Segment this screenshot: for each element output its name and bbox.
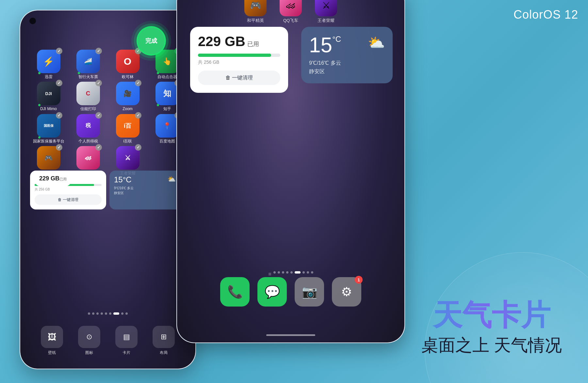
home-bar [266,334,315,336]
bottom-text-area: 天气卡片 桌面之上 天气情况 [421,299,562,357]
dock-wallpaper[interactable]: 🖼 壁纸 [41,326,63,356]
app-dji[interactable]: DJI ✓ DJI Mimo [30,82,67,111]
dock-layout[interactable]: ⊞ 布局 [153,326,175,356]
storage-widget-left: − 229 GB已用 共 256 GB 🗑 一键清理 [30,171,106,209]
app-camera[interactable]: 📷 [295,277,324,307]
app-message[interactable]: 💬 [257,277,287,307]
camera-hole [29,18,36,24]
app-canon[interactable]: C ✓ 佳能打印 [70,82,106,111]
left-phone: 完成 ⚡ ✓ 迅雷 🚄 ✓ 智行火车票 [20,10,196,369]
top-apps-row: 🎮 和平精英 🏎 QQ飞车 ⚔ 王者荣耀 [177,0,404,24]
page-dots-right: ≡ [177,271,404,277]
dock-cards[interactable]: ▤ 卡片 [115,326,138,356]
page-dots-left [20,312,195,315]
app-okelin[interactable]: O ✓ 欧可林 [109,50,146,79]
app-zoom[interactable]: 🎥 ✓ Zoom [109,82,146,111]
app-settings[interactable]: ⚙ 1 [332,277,361,307]
bottom-icons-row: 📞 💬 📷 ⚙ 1 [177,277,404,307]
notification-badge: 1 [355,276,363,284]
app-xunlei[interactable]: ⚡ ✓ 迅雷 [30,50,67,79]
clean-button-left[interactable]: 🗑 一键清理 [35,194,102,205]
top-app-king[interactable]: ⚔ 王者荣耀 [315,0,337,24]
app-train[interactable]: 🚄 ✓ 智行火车票 [70,50,106,79]
main-headline: 天气卡片 [421,299,562,331]
brand-label: ColorOS 12 [514,8,578,22]
app-ibao[interactable]: i百 ✓ i百联 [109,114,146,143]
storage-widget-right: 229 GB 已用 共 256 GB 🗑 一键清理 [190,27,288,93]
sub-headline: 桌面之上 天气情况 [421,334,562,357]
clean-button-right[interactable]: 🗑 一键清理 [198,71,280,85]
done-button[interactable]: 完成 [137,26,166,56]
left-phone-screen: 完成 ⚡ ✓ 迅雷 🚄 ✓ 智行火车票 [20,10,195,369]
app-phone[interactable]: 📞 [220,277,250,307]
right-phone: 🎮 和平精英 🏎 QQ飞车 ⚔ 王者荣耀 229 GB 已用 共 256 GB … [176,0,405,343]
bottom-dock: 🖼 壁纸 ⊙ 图标 ▤ 卡片 ⊞ 布局 [27,326,189,356]
widgets-row: − 229 GB已用 共 256 GB 🗑 一键清理 − 15°C ⛅ 9℃/1… [27,171,189,209]
app-yibao[interactable]: 国医保 ✓ 国家医保服务平台 [30,114,67,143]
top-app-heping[interactable]: 🎮 和平精英 [244,0,267,24]
weather-widget-left: − 15°C ⛅ 9℃/16℃ 多云 静安区 [109,171,186,209]
weather-widget-right: 15 °C ⛅ 9℃/16℃ 多云 静安区 [301,27,393,83]
top-app-qqcar[interactable]: 🏎 QQ飞车 [280,0,302,24]
dock-icons[interactable]: ⊙ 图标 [78,326,100,356]
weather-icon: ⛅ [368,35,385,51]
app-grid: ⚡ ✓ 迅雷 🚄 ✓ 智行火车票 O ✓ 欧可林 [27,46,189,179]
right-phone-screen: 🎮 和平精英 🏎 QQ飞车 ⚔ 王者荣耀 229 GB 已用 共 256 GB … [177,0,404,342]
app-tax[interactable]: 税 ✓ 个人所得税 [70,114,106,143]
